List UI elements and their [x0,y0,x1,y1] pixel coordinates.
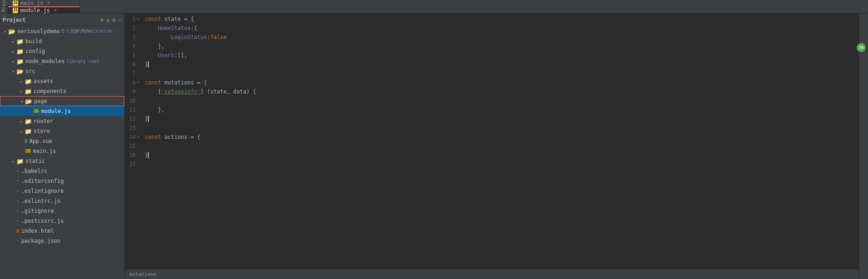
line-numbers: 1234567891011121314151617 [125,14,143,269]
locate-icon[interactable]: ⊕ [100,17,103,23]
folder-arrow-build: ▸ [10,38,16,44]
line-number-16: 16 [125,151,139,160]
folder-icon-seriouslydemo: 📂 [8,28,15,35]
code-line-14: ▾const actions = { [143,132,859,142]
tree-item-babelrc[interactable]: ·.babelrc [0,166,124,176]
fold-icon-1[interactable]: ▾ [136,16,141,22]
code-line-5: Users:[], [143,51,859,60]
tree-item-components[interactable]: ▸📁components [0,86,124,96]
collapse-icon[interactable]: ⇅ [106,17,109,23]
tab-main[interactable]: JSmain.js× [8,0,80,6]
tree-item-assets[interactable]: ▸📁assets [0,76,124,86]
tree-item-index_html[interactable]: Hindex.html [0,226,124,236]
tree-item-eslintrc[interactable]: ·.eslintrc.js [0,196,124,206]
line-number-2: 2 [125,24,139,33]
tree-label-index_html: index.html [21,228,54,234]
token-4: }, [145,42,164,51]
file-icon-index_html: H [16,228,20,234]
project-header: Project ⊕ ⇅ ⚙ — [0,14,124,26]
code-line-12: } [143,114,859,123]
tree-label-package_json: package.json [21,238,61,244]
tree-item-src[interactable]: ▾📂src [0,66,124,76]
token-5: :[], [174,51,187,60]
text-cursor-12 [148,116,149,122]
code-line-9: ['setuseinfo'] (state, data) { [143,87,859,96]
tab-close-module[interactable]: × [52,7,59,14]
file-icon-main_js: JS [25,149,31,153]
token-2: :{ [191,24,197,33]
tree-item-store[interactable]: ▸📁store [0,126,124,136]
line-number-15: 15 [125,142,139,151]
tree-badge-node_modules: library root [67,59,99,64]
token-8: mutations [161,78,194,87]
tree-item-seriouslydemo[interactable]: ▾📂seriouslydemo E:\无聊\MyWeixin\se [0,26,124,36]
tree-label-module_js: module.js [41,108,71,114]
tab-bar: 1: Project VHelloWorld.vue×JSmain.js×JSm… [0,0,868,14]
code-line-7 [143,69,859,78]
tree-label-router: router [34,118,53,124]
folder-arrow-src: ▾ [10,68,16,74]
tree-label-node_modules: node_modules [25,58,65,64]
file-icon-eslintignore: · [16,188,20,194]
status-text: mutations [129,271,157,277]
tree-item-gitignore[interactable]: ·.gitignore [0,206,124,216]
tree-item-router[interactable]: ▸📁router [0,116,124,126]
line-number-10: 10 [125,96,139,105]
code-content[interactable]: ▾const state = { HomeStatus:{ LoginStatu… [143,14,859,269]
folder-icon-node_modules: 📁 [16,58,24,65]
code-line-13 [143,123,859,132]
fold-icon-8[interactable]: ▾ [136,80,141,85]
line-number-12: 12 [125,114,139,123]
token-9: [ [145,87,161,96]
tree-item-config[interactable]: ▸📁config [0,46,124,56]
file-icon-module_js: JS [33,109,39,113]
tree-item-page[interactable]: ▾📂page [0,96,124,106]
tab-close-main[interactable]: × [46,0,52,6]
tree-item-build[interactable]: ▸📁build [0,36,124,46]
tree-item-editorconfig[interactable]: ·.editorconfig [0,176,124,186]
file-icon-app_vue: V [25,138,28,144]
tree-label-seriouslydemo: seriouslydemo [17,28,60,34]
line-number-9: 9 [125,87,139,96]
tree-label-build: build [25,38,42,44]
tree-label-config: config [25,48,45,54]
tree-item-package_json[interactable]: ·package.json [0,236,124,246]
line-number-7: 7 [125,69,139,78]
tab-icon-main: JS [13,0,18,6]
tree-item-static[interactable]: ▸📁static [0,156,124,166]
sidebar: Project ⊕ ⇅ ⚙ — ▾📂seriouslydemo E:\无聊\My… [0,14,125,279]
folder-icon-src: 📂 [16,68,24,75]
tree-label-assets: assets [34,78,53,84]
folder-arrow-router: ▸ [18,118,25,124]
file-icon-gitignore: · [16,208,20,214]
tree-label-main_js: main.js [33,148,56,154]
code-line-8: ▾const mutations = { [143,78,859,87]
tree-item-module_js[interactable]: JSmodule.js [0,106,124,116]
code-line-17 [143,160,859,169]
tree-item-eslintignore[interactable]: ·.eslintignore [0,186,124,196]
token-14: actions [161,132,187,142]
tab-module[interactable]: JSmodule.js× [8,6,80,14]
fold-icon-14[interactable]: ▾ [136,134,141,140]
folder-icon-assets: 📁 [25,78,32,85]
tree-item-postcssrc[interactable]: ·.postcssrc.js [0,216,124,226]
tree-label-babelrc: .babelrc [21,168,48,174]
file-icon-eslintrc: · [16,198,20,204]
line-number-4: 4 [125,42,139,51]
token-16: } [145,151,148,160]
code-editor[interactable]: 1234567891011121314151617 ▾const state =… [125,14,859,269]
folder-arrow-store: ▸ [18,128,25,134]
tree-item-node_modules[interactable]: ▸📁node_modules library root [0,56,124,66]
folder-icon-page: 📂 [25,98,32,105]
code-line-2: HomeStatus:{ [143,24,859,33]
token-9: 'setuseinfo' [161,87,201,96]
token-3: false [211,33,227,42]
code-line-1: ▾const state = { [143,15,859,24]
settings-icon[interactable]: ⚙ [113,17,116,23]
folder-arrow-page: ▾ [19,98,25,104]
tree-item-main_js[interactable]: JSmain.js [0,146,124,156]
tree-label-app_vue: App.vue [29,138,53,144]
tree-item-app_vue[interactable]: VApp.vue [0,136,124,146]
close-panel-icon[interactable]: — [118,17,122,23]
line-number-3: 3 [125,33,139,42]
